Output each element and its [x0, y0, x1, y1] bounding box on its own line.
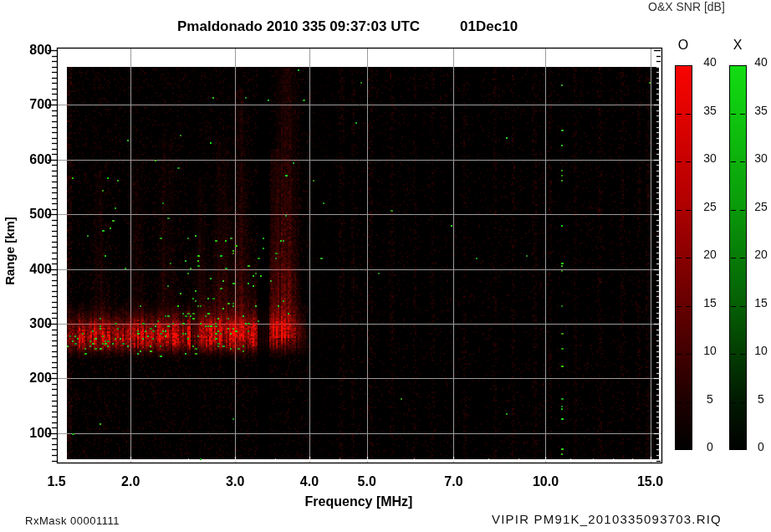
- colorbar-x-tick-label: 30: [747, 151, 771, 166]
- colorbar-o-tick-label: 35: [696, 103, 724, 118]
- x-axis-tick-label: 3.0: [210, 473, 260, 490]
- colorbar-o-tick-label: 10: [696, 343, 724, 358]
- x-axis-tick-label: 7.0: [428, 473, 478, 490]
- colorbar-x-tick-label: 35: [747, 103, 771, 118]
- y-axis-tick-label: 800: [8, 43, 52, 58]
- data-file-name: VIPIR PM91K_2010335093703.RIQ: [492, 512, 722, 526]
- colorbar-x-tick-label: 0: [747, 439, 771, 454]
- x-axis-tick-label: 2.0: [105, 473, 156, 490]
- plot-title-station: Pmaldonado 2010 335 09:37:03 UTC: [177, 18, 420, 34]
- colorbar-o-tick-label: 5: [696, 391, 724, 407]
- y-axis-tick-label: 400: [8, 262, 52, 277]
- colorbar-title: O&X SNR [dB]: [648, 0, 725, 13]
- rx-mask-text: RxMask 00001111: [25, 514, 120, 527]
- x-axis-tick-label: 1.5: [32, 473, 82, 490]
- x-axis-tick-label: 5.0: [342, 473, 392, 490]
- colorbar-o-tick-label: 20: [696, 247, 724, 262]
- x-axis-tick-label: 10.0: [520, 473, 570, 490]
- y-axis-tick-label: 200: [8, 371, 52, 386]
- ionogram-plot-canvas: [0, 0, 771, 532]
- x-axis-tick-label: 15.0: [625, 473, 676, 490]
- y-axis-title: Range [km]: [3, 213, 18, 289]
- colorbar-x-tick-label: 10: [747, 343, 771, 358]
- colorbar-o-tick-label: 25: [696, 199, 724, 214]
- y-axis-tick-label: 600: [8, 152, 52, 167]
- colorbar-x-tick-label: 20: [747, 247, 771, 262]
- colorbar-x-tick-label: 15: [747, 295, 771, 310]
- plot-title-date: 01Dec10: [460, 18, 518, 34]
- colorbar-x-tick-label: 40: [747, 54, 771, 69]
- plot-title: Pmaldonado 2010 335 09:37:03 UTC01Dec10: [177, 18, 518, 35]
- colorbar-o-tick-label: 0: [696, 439, 724, 454]
- colorbar-x-tick-label: 25: [747, 199, 771, 214]
- ionogram-page: Pmaldonado 2010 335 09:37:03 UTC01Dec10 …: [0, 0, 771, 532]
- x-axis-tick-label: 4.0: [284, 473, 334, 490]
- x-axis-title: Frequency [MHz]: [288, 494, 430, 509]
- colorbar-x-label: X: [725, 37, 750, 54]
- colorbar-x-tick-label: 5: [747, 391, 771, 407]
- y-axis-tick-label: 100: [8, 426, 52, 441]
- y-axis-tick-label: 700: [8, 97, 52, 112]
- colorbar-o-tick-label: 30: [696, 151, 724, 166]
- colorbar-o-tick-label: 40: [696, 54, 724, 69]
- colorbar-o-tick-label: 15: [696, 295, 724, 310]
- y-axis-tick-label: 500: [8, 207, 52, 222]
- y-axis-tick-label: 300: [8, 316, 52, 331]
- colorbar-o-label: O: [671, 37, 696, 54]
